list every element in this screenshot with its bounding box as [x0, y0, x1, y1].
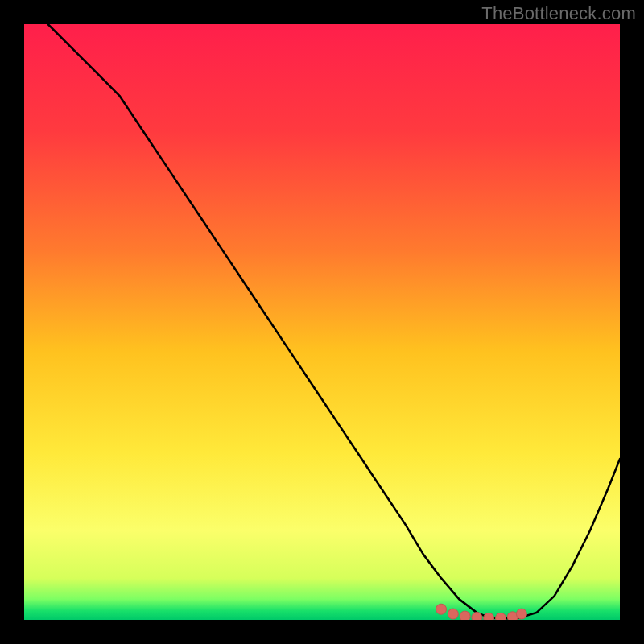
marker-dot	[436, 604, 447, 614]
marker-dot	[460, 611, 470, 620]
gradient-background	[24, 24, 620, 620]
marker-dot	[516, 609, 526, 619]
marker-dot	[472, 613, 482, 621]
marker-dot	[484, 613, 494, 620]
watermark-text: TheBottleneck.com	[481, 3, 636, 24]
plot-svg	[24, 24, 620, 620]
marker-dot	[496, 613, 506, 620]
marker-dot	[448, 609, 458, 619]
plot-area	[24, 24, 620, 620]
chart-frame: TheBottleneck.com	[0, 0, 644, 644]
